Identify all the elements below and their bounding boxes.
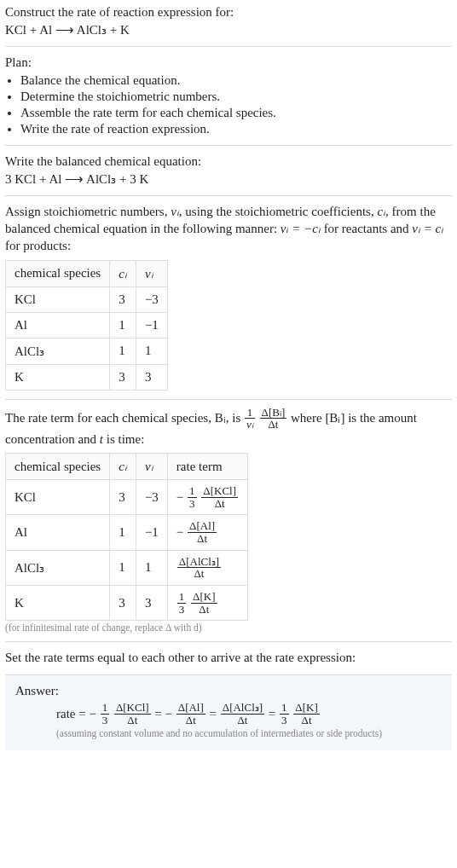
answer-expression: rate = − 1 3 Δ[KCl] Δt = − Δ[Al] Δt = Δ[…	[15, 702, 442, 726]
frac-dconc-dt: Δ[K] Δt	[293, 702, 319, 726]
prompt-line: Construct the rate of reaction expressio…	[5, 3, 452, 20]
text: The rate term for each chemical species,	[5, 410, 215, 424]
cell-species: K	[6, 364, 110, 390]
col-ci: cᵢ	[110, 454, 136, 480]
table-row: K 3 3 1 3 Δ[K] Δt	[6, 585, 248, 620]
minus-sign: −	[176, 525, 183, 540]
plan-item: Determine the stoichiometric numbers.	[20, 90, 452, 104]
frac-bot: νᵢ	[245, 418, 255, 431]
cell-species: K	[6, 585, 110, 620]
cell-ci: 1	[110, 312, 136, 338]
rateterm-table: chemical species cᵢ νᵢ rate term KCl 3 −…	[5, 453, 248, 621]
plan-item: Write the rate of reaction expression.	[20, 122, 452, 136]
cell-ci: 3	[110, 585, 136, 620]
cell-ci: 3	[110, 480, 136, 515]
frac-top: Δ[AlCl₃]	[221, 702, 264, 714]
frac-dconc-dt: Δ[K] Δt	[191, 591, 217, 615]
rule-products: νᵢ = cᵢ	[412, 222, 443, 235]
table-row: KCl 3 −3	[6, 286, 168, 312]
text: , using the stoichiometric coefficients,	[179, 205, 378, 218]
cell-rateterm: − 1 3 Δ[KCl] Δt	[167, 480, 247, 515]
cell-species: KCl	[6, 480, 110, 515]
answer-label: Answer:	[15, 684, 442, 698]
cell-nui: −3	[136, 286, 167, 312]
cell-ci: 3	[110, 364, 136, 390]
table-row: AlCl₃ 1 1	[6, 338, 168, 364]
table-header-row: chemical species cᵢ νᵢ rate term	[6, 454, 248, 480]
text: is time:	[103, 432, 144, 446]
table-row: Al 1 −1 − Δ[Al] Δt	[6, 515, 248, 550]
text: for products:	[5, 239, 71, 252]
final-heading: Set the rate terms equal to each other t…	[5, 649, 452, 666]
equals-sign: =	[269, 707, 275, 721]
minus-sign: −	[176, 490, 183, 505]
cell-ci: 1	[110, 515, 136, 550]
answer-subnote: (assuming constant volume and no accumul…	[15, 728, 442, 738]
cell-species: AlCl₃	[6, 338, 110, 364]
frac-top: Δ[KCl]	[201, 485, 238, 497]
frac-coef: 1 3	[101, 702, 110, 726]
cell-nui: 3	[136, 364, 167, 390]
frac-bot: Δt	[176, 714, 205, 726]
frac-top: 1	[177, 591, 187, 603]
balanced-equation: 3 KCl + Al ⟶ AlCl₃ + 3 K	[5, 171, 452, 187]
frac-top: Δ[AlCl₃]	[177, 556, 221, 568]
conc-symbol: [Bᵢ]	[325, 410, 344, 424]
unbalanced-equation: KCl + Al ⟶ AlCl₃ + K	[5, 22, 452, 38]
text: for reactants and	[321, 222, 412, 235]
frac-dconc-dt: Δ[Al] Δt	[176, 702, 205, 726]
cell-species: KCl	[6, 286, 110, 312]
table-row: Al 1 −1	[6, 312, 168, 338]
stoich-intro: Assign stoichiometric numbers, νᵢ, using…	[5, 203, 452, 255]
frac-bot: 3	[101, 714, 110, 726]
frac-bot: Δt	[221, 714, 264, 726]
frac-bot: Δt	[114, 714, 151, 726]
frac-one-over-nu: 1 νᵢ	[245, 407, 255, 431]
minus-sign: −	[89, 707, 95, 721]
text: where	[291, 410, 325, 424]
text: Assign stoichiometric numbers,	[5, 205, 171, 218]
frac-dconc-dt: Δ[KCl] Δt	[114, 702, 151, 726]
equals-sign: =	[210, 707, 217, 721]
stoich-table: chemical species cᵢ νᵢ KCl 3 −3 Al 1 −1 …	[5, 260, 168, 391]
table-row: AlCl₃ 1 1 Δ[AlCl₃] Δt	[6, 550, 248, 585]
frac-top: 1	[188, 485, 197, 497]
minus-sign: −	[165, 707, 172, 721]
col-species: chemical species	[6, 260, 110, 286]
rate-lhs: rate =	[56, 707, 86, 721]
equals-sign: =	[154, 707, 161, 721]
cell-rateterm: − Δ[Al] Δt	[167, 515, 247, 550]
frac-top: Δ[KCl]	[114, 702, 151, 714]
balanced-section: Write the balanced chemical equation: 3 …	[5, 145, 452, 187]
prompt-section: Construct the rate of reaction expressio…	[5, 3, 452, 38]
frac-coef: 1 3	[280, 702, 289, 726]
rateterm-section: The rate term for each chemical species,…	[5, 399, 452, 634]
table-header-row: chemical species cᵢ νᵢ	[6, 260, 168, 286]
rateterm-intro: The rate term for each chemical species,…	[5, 407, 452, 448]
cell-rateterm: Δ[AlCl₃] Δt	[167, 550, 247, 585]
col-nui: νᵢ	[136, 454, 167, 480]
frac-top: 1	[245, 407, 255, 419]
cell-ci: 1	[110, 550, 136, 585]
col-rateterm: rate term	[167, 454, 247, 480]
frac-dconc-dt: Δ[Al] Δt	[188, 520, 217, 544]
c-i-symbol: cᵢ	[377, 205, 385, 218]
frac-bot: Δt	[260, 418, 287, 431]
frac-top: Δ[Al]	[176, 702, 205, 714]
delta-footnote: (for infinitesimal rate of change, repla…	[5, 622, 452, 633]
frac-bot: Δt	[293, 714, 319, 726]
cell-species: Al	[6, 515, 110, 550]
frac-bot: Δt	[191, 603, 217, 616]
frac-top: Δ[K]	[293, 702, 319, 714]
frac-dconc-dt: Δ[AlCl₃] Δt	[221, 702, 264, 726]
cell-ci: 1	[110, 338, 136, 364]
Bi-symbol: Bᵢ	[215, 410, 226, 424]
cell-species: AlCl₃	[6, 550, 110, 585]
col-ci: cᵢ	[110, 260, 136, 286]
frac-bot: Δt	[201, 497, 238, 510]
page: Construct the rate of reaction expressio…	[0, 0, 457, 761]
cell-rateterm: 1 3 Δ[K] Δt	[167, 585, 247, 620]
plan-item: Assemble the rate term for each chemical…	[20, 106, 452, 120]
frac-coef: 1 3	[188, 485, 197, 509]
frac-coef: 1 3	[177, 591, 187, 615]
